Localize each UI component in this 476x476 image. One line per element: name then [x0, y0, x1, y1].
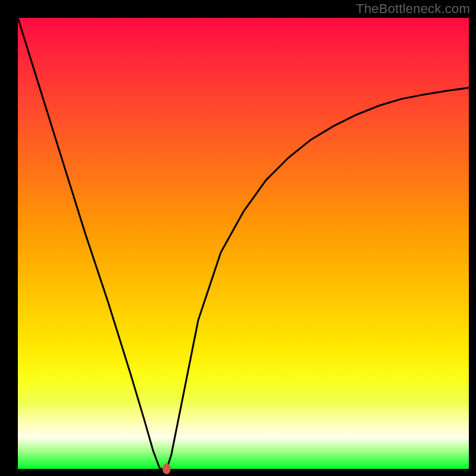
chart-area: [18, 18, 469, 469]
bottleneck-curve: [18, 18, 469, 469]
watermark-text: TheBottleneck.com: [356, 1, 470, 17]
curve-svg: [18, 18, 469, 469]
optimal-point-marker: [162, 464, 171, 474]
